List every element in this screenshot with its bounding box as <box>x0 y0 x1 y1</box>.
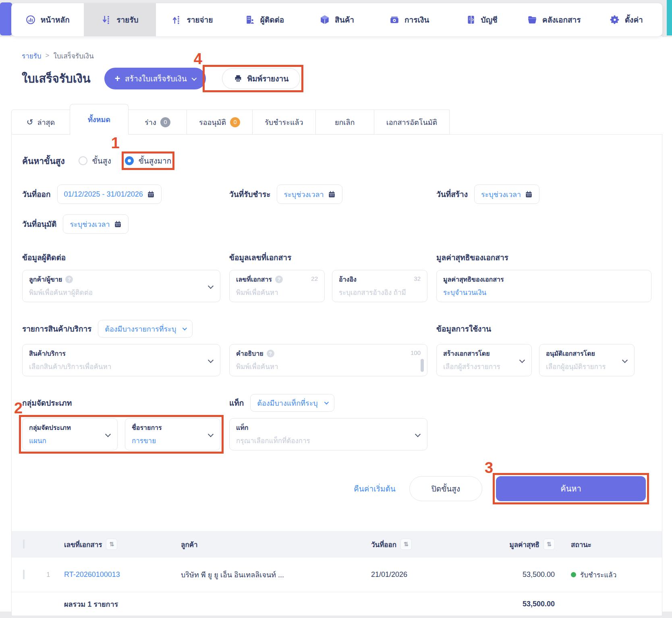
payment-date-picker[interactable]: ระบุช่วงเวลา <box>277 185 342 204</box>
radio-circle-very-advanced[interactable] <box>125 156 134 165</box>
left-edge-decoration <box>0 2 12 35</box>
print-report-button[interactable]: พิมพ์รายงาน <box>222 68 301 89</box>
doc-number-fields: เลขที่เอกสาร พิมพ์เพื่อค้นหา 22 อ้างอิง … <box>229 270 427 302</box>
approved-by-field[interactable]: อนุมัติเอกสารโดย เลือกผู้อนุมัติรายการ <box>539 344 635 376</box>
filter-panel: ค้นหาขั้นสูง ขั้นสูง ขั้นสูงมาก 1 <box>11 134 662 616</box>
sort-icon[interactable] <box>400 539 412 550</box>
plus-icon <box>115 73 120 84</box>
table-header-row: เลขที่เอกสาร ลูกค้า วันที่ออก มูลค่าสุทธ… <box>12 531 662 558</box>
sort-icon[interactable] <box>543 539 555 550</box>
nav-item-income[interactable]: รายรับ <box>84 3 156 36</box>
radio-very-advanced[interactable]: ขั้นสูงมาก <box>125 155 172 167</box>
issue-date-label: วันที่ออก <box>22 188 51 200</box>
radio-circle-advanced[interactable] <box>79 156 87 165</box>
document-link[interactable]: RT-20260100013 <box>64 570 120 579</box>
annotation-wrapper-1: ขั้นสูงมาก 1 <box>125 155 172 167</box>
char-counter: 22 <box>311 275 318 282</box>
content-area: รายรับ > ใบเสร็จรับเงิน ใบเสร็จรับเงิน ส… <box>11 36 662 612</box>
tag-heading-row: แท็ก ต้องมีบางแท็กที่ระบุ <box>229 394 427 412</box>
history-icon <box>27 117 33 127</box>
approved-date-picker[interactable]: ระบุช่วงเวลา <box>63 214 128 234</box>
created-by-label: สร้างเอกสารโดย <box>443 348 525 359</box>
nav-item-expense[interactable]: รายจ่าย <box>156 3 228 36</box>
radio-advanced[interactable]: ขั้นสูง <box>79 155 111 167</box>
finance-icon <box>389 15 400 25</box>
sort-icon[interactable] <box>106 539 117 550</box>
row-checkbox[interactable] <box>23 570 25 579</box>
product-service-label: สินค้า/บริการ <box>29 348 214 359</box>
tag-field[interactable]: แท็ก กรุณาเลือกแท็กที่ต้องการ <box>229 418 427 450</box>
annotation-wrapper-2: กลุ่มจัดประเภท แผนก ชื่อรายการ การขาย 2 <box>22 418 220 450</box>
nav-item-products[interactable]: สินค้า <box>301 3 373 36</box>
search-button[interactable]: ค้นหา <box>496 476 646 501</box>
tab-recent[interactable]: ล่าสุด <box>11 110 70 135</box>
items-mode-dropdown[interactable]: ต้องมีบางรายการที่ระบุ <box>98 320 193 338</box>
nav-label: สินค้า <box>335 14 354 26</box>
nav-label: การเงิน <box>404 14 429 26</box>
date-filters-row: วันที่ออก 01/12/2025 - 31/01/2026 วันที่… <box>22 185 651 204</box>
payment-date-label: วันที่รับชำระ <box>229 188 270 200</box>
category-group-dropdown[interactable]: กลุ่มจัดประเภท แผนก <box>22 418 118 450</box>
usage-fields: สร้างเอกสารโดย เลือกผู้สร้างรายการ อนุมั… <box>436 344 651 376</box>
advanced-search-form: ค้นหาขั้นสูง ขั้นสูง ขั้นสูงมาก 1 <box>12 135 662 501</box>
nav-item-home[interactable]: หน้าหลัก <box>11 3 84 36</box>
usage-section-heading: ข้อมูลการใช้งาน <box>436 323 651 335</box>
nav-item-documents[interactable]: คลังเอกสาร <box>518 3 590 36</box>
approved-date-group: วันที่อนุมัติ ระบุช่วงเวลา <box>22 214 651 234</box>
help-icon[interactable] <box>65 276 73 283</box>
nav-label: บัญชี <box>481 14 498 26</box>
accounting-icon <box>466 15 476 25</box>
products-icon <box>319 15 330 25</box>
help-icon[interactable] <box>275 276 283 283</box>
select-all-checkbox[interactable] <box>23 539 25 549</box>
reset-defaults-link[interactable]: คืนค่าเริ่มต้น <box>354 483 396 495</box>
annotation-wrapper-4: พิมพ์รายงาน 4 <box>206 68 301 89</box>
nav-item-contacts[interactable]: ผู้ติดต่อ <box>228 3 301 36</box>
page-header: ใบเสร็จรับเงิน สร้างใบเสร็จรับเงิน พิมพ์… <box>22 67 662 90</box>
description-label: คำอธิบาย <box>236 348 421 359</box>
created-date-group: วันที่สร้าง ระบุช่วงเวลา <box>436 185 651 204</box>
nav-item-accounting[interactable]: บัญชี <box>445 3 518 36</box>
calendar-icon <box>114 220 122 228</box>
status-tabs: ล่าสุด ทั้งหมด ร่าง 0 รออนุมัติ 0 รับชำร… <box>11 105 662 135</box>
description-field[interactable]: คำอธิบาย พิมพ์เพื่อค้นหา 100 <box>229 344 427 376</box>
net-value-section-heading: มูลค่าสุทธิของเอกสาร <box>436 251 651 263</box>
create-receipt-button[interactable]: สร้างใบเสร็จรับเงิน <box>104 68 206 89</box>
tab-auto-documents[interactable]: เอกสารอัตโนมัติ <box>374 110 450 135</box>
help-icon[interactable] <box>267 350 274 357</box>
search-actions-row: คืนค่าเริ่มต้น ปิดขั้นสูง ค้นหา 3 <box>22 476 646 501</box>
tab-paid[interactable]: รับชำระแล้ว <box>252 110 316 135</box>
specify-amount-link[interactable]: ระบุจำนวนเงิน <box>443 287 645 298</box>
tab-all[interactable]: ทั้งหมด <box>70 104 129 135</box>
breadcrumb-parent-link[interactable]: รายรับ <box>22 50 41 61</box>
chevron-down-icon <box>324 400 329 404</box>
product-service-field[interactable]: สินค้า/บริการ เลือกสินค้า/บริการเพื่อค้น… <box>22 344 220 376</box>
issue-date-picker[interactable]: 01/12/2025 - 31/01/2026 <box>57 185 162 204</box>
nav-item-finance[interactable]: การเงิน <box>373 3 446 36</box>
calendar-icon <box>525 191 533 198</box>
product-service-placeholder: เลือกสินค้า/บริการเพื่อค้นหา <box>29 361 214 372</box>
created-date-picker[interactable]: ระบุช่วงเวลา <box>474 185 539 204</box>
row-index: 1 <box>46 571 64 579</box>
tab-cancelled[interactable]: ยกเลิก <box>315 110 374 135</box>
close-advanced-button[interactable]: ปิดขั้นสูง <box>409 476 482 501</box>
document-number-field[interactable]: เลขที่เอกสาร พิมพ์เพื่อค้นหา 22 <box>229 270 325 302</box>
scrollbar-handle[interactable] <box>421 359 424 372</box>
section-headings-3: กลุ่มจัดประเภท แท็ก ต้องมีบางแท็กที่ระบุ <box>22 394 651 412</box>
tag-mode-dropdown[interactable]: ต้องมีบางแท็กที่ระบุ <box>250 394 334 412</box>
calendar-icon <box>328 191 336 198</box>
category-name-dropdown[interactable]: ชื่อรายการ การขาย <box>125 418 220 450</box>
created-by-field[interactable]: สร้างเอกสารโดย เลือกผู้สร้างรายการ <box>436 344 532 376</box>
tab-awaiting-approval[interactable]: รออนุมัติ 0 <box>187 110 253 135</box>
right-edge-decoration <box>667 0 672 35</box>
net-value-field[interactable]: มูลค่าสุทธิของเอกสาร ระบุจำนวนเงิน <box>436 270 651 302</box>
section-fields-1: ลูกค้า/ผู้ขาย พิมพ์เพื่อค้นหาผู้ติดต่อ เ… <box>22 270 651 302</box>
char-counter: 100 <box>411 349 421 356</box>
nav-item-settings[interactable]: ตั้งค่า <box>590 3 663 36</box>
contact-section-heading: ข้อมูลผู้ติดต่อ <box>22 251 220 263</box>
tab-draft[interactable]: ร่าง 0 <box>128 110 187 135</box>
reference-label: อ้างอิง <box>339 274 421 284</box>
reference-field[interactable]: อ้างอิง ระบุเอกสารอ้างอิง ถ้ามี 32 <box>332 270 427 302</box>
nav-label: ตั้งค่า <box>625 14 643 26</box>
customer-vendor-field[interactable]: ลูกค้า/ผู้ขาย พิมพ์เพื่อค้นหาผู้ติดต่อ <box>22 270 220 302</box>
